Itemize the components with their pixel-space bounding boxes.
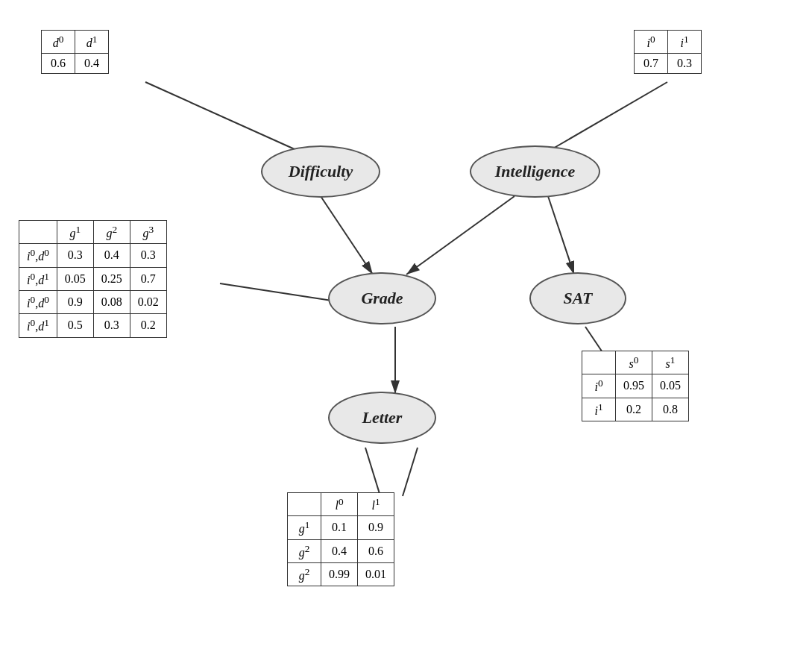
intel-h1: i1 — [668, 31, 702, 54]
letter-label: Letter — [362, 408, 403, 427]
grade-i0d1: i0,d1 — [19, 267, 57, 290]
intelligence-node: Intelligence — [470, 145, 600, 198]
difficulty-table: d0 d1 0.6 0.4 — [41, 30, 109, 74]
diagram-container: Difficulty Intelligence Grade SAT Letter… — [0, 0, 812, 646]
grade-empty — [19, 221, 57, 244]
intelligence-label: Intelligence — [495, 162, 576, 181]
letter-g1: g1 — [288, 516, 321, 539]
grade-g1: g1 — [57, 221, 93, 244]
sat-node: SAT — [529, 272, 626, 324]
intelligence-table: i0 i1 0.7 0.3 — [634, 30, 702, 74]
letter-g2: g2 — [288, 539, 321, 562]
sat-cpt-table: s0 s1 i0 0.95 0.05 i1 0.2 0.8 — [582, 351, 689, 421]
diff-h0: d0 — [42, 31, 75, 54]
sat-empty — [582, 351, 616, 374]
diff-v1: 0.4 — [75, 54, 109, 74]
sat-i1: i1 — [582, 398, 616, 421]
svg-line-2 — [321, 196, 373, 275]
sat-s0: s0 — [616, 351, 652, 374]
sat-i0: i0 — [582, 374, 616, 398]
grade-g2: g2 — [93, 221, 130, 244]
grade-i1d1: i0,d1 — [19, 314, 57, 337]
grade-cpt-table: g1 g2 g3 i0,d0 0.3 0.4 0.3 i0,d1 0.05 0.… — [19, 220, 167, 338]
grade-g3: g3 — [130, 221, 166, 244]
grade-node: Grade — [328, 272, 436, 324]
difficulty-node: Difficulty — [261, 145, 380, 198]
letter-node: Letter — [328, 392, 436, 444]
letter-g2b: g2 — [288, 562, 321, 586]
sat-s1: s1 — [652, 351, 689, 374]
svg-line-1 — [552, 82, 667, 149]
difficulty-label: Difficulty — [289, 162, 353, 181]
svg-line-4 — [548, 196, 574, 275]
grade-label: Grade — [361, 289, 403, 308]
letter-cpt-table: l0 l1 g1 0.1 0.9 g2 0.4 0.6 g2 0.99 0.01 — [287, 492, 394, 586]
intel-v0: 0.7 — [635, 54, 668, 74]
svg-line-8 — [403, 448, 418, 496]
svg-line-0 — [145, 82, 295, 149]
letter-l0: l0 — [321, 493, 358, 516]
grade-i1d0: i0,d0 — [19, 290, 57, 313]
svg-line-3 — [406, 196, 514, 275]
svg-line-6 — [220, 283, 342, 302]
letter-empty — [288, 493, 321, 516]
intel-v1: 0.3 — [668, 54, 702, 74]
letter-l1: l1 — [358, 493, 394, 516]
grade-i0d0: i0,d0 — [19, 244, 57, 267]
intel-h0: i0 — [635, 31, 668, 54]
sat-label: SAT — [563, 289, 592, 308]
svg-line-7 — [365, 448, 380, 496]
diff-v0: 0.6 — [42, 54, 75, 74]
diff-h1: d1 — [75, 31, 109, 54]
